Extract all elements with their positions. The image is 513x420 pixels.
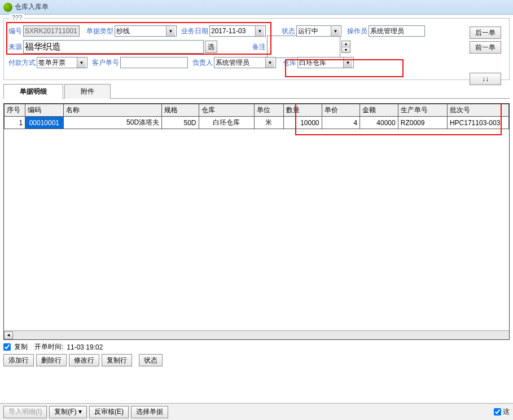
bottom-right-label: 这 bbox=[503, 407, 510, 417]
chevron-down-icon: ▼ bbox=[265, 58, 274, 68]
source-label: 来源 bbox=[8, 42, 22, 52]
operator-label: 操作员 bbox=[347, 26, 367, 36]
col-batch[interactable]: 批次号 bbox=[447, 104, 508, 117]
copy-menu-button[interactable]: 复制(F) ▾ bbox=[49, 406, 87, 418]
detail-grid[interactable]: 序号 编码 名称 规格 仓库 单位 数量 单价 金额 生产单号 批次号 1 00… bbox=[4, 104, 509, 129]
bottom-toolbar: 导入明细(I) 复制(F) ▾ 反审核(E) 选择单据 这 bbox=[0, 403, 513, 420]
pay-label: 付款方式 bbox=[8, 58, 36, 68]
tab-bar: 单据明细 附件 bbox=[3, 83, 510, 99]
select-doc-button[interactable]: 选择单据 bbox=[131, 406, 168, 418]
col-prodno[interactable]: 生产单号 bbox=[398, 104, 447, 117]
cell-name: 50D涤塔夫 bbox=[63, 117, 161, 129]
cell-qty: 10000 bbox=[283, 117, 322, 129]
remark-spinner[interactable]: ▲▼ bbox=[341, 41, 350, 53]
open-time-value: 11-03 19:02 bbox=[67, 343, 103, 351]
wh-label: 仓库 bbox=[283, 58, 296, 68]
import-detail-button[interactable]: 导入明细(I) bbox=[3, 406, 47, 418]
unapprove-button[interactable]: 反审核(E) bbox=[89, 406, 129, 418]
col-code[interactable]: 编码 bbox=[25, 104, 64, 117]
chevron-down-icon: ▼ bbox=[77, 58, 86, 68]
col-seq[interactable]: 序号 bbox=[5, 104, 25, 117]
scroll-left-icon[interactable]: ◄ bbox=[4, 331, 13, 339]
cell-prodno: RZ0009 bbox=[398, 117, 447, 129]
window-title: 仓库入库单 bbox=[15, 2, 49, 12]
row-actions: 添加行 删除行 修改行 复制行 状态 bbox=[3, 354, 510, 366]
horizontal-scrollbar[interactable]: ◄ bbox=[4, 330, 509, 339]
bottom-right-checkbox[interactable] bbox=[494, 408, 501, 415]
type-label: 单据类型 bbox=[86, 26, 113, 36]
edit-row-button[interactable]: 修改行 bbox=[69, 354, 99, 366]
col-price[interactable]: 单价 bbox=[322, 104, 360, 117]
source-select-button[interactable]: 选 bbox=[205, 41, 217, 53]
date-label: 业务日期 bbox=[181, 26, 208, 36]
status-combo[interactable]: 运行中 ▼ bbox=[296, 25, 341, 37]
cell-seq: 1 bbox=[5, 117, 25, 129]
col-qty[interactable]: 数量 bbox=[283, 104, 322, 117]
cell-spec: 50D bbox=[162, 117, 199, 129]
wh-combo[interactable]: 白坯仓库 ▼ bbox=[297, 57, 354, 68]
pay-combo[interactable]: 签单开票 ▼ bbox=[37, 57, 87, 68]
header-groupbox: ??? 编号 单据类型 纱线 ▼ 业务日期 2017-11-03 ▼ 状态 运行… bbox=[3, 18, 510, 80]
date-combo[interactable]: 2017-11-03 ▼ bbox=[209, 25, 266, 37]
cell-unit: 米 bbox=[254, 117, 283, 129]
window-titlebar: 仓库入库单 bbox=[0, 0, 513, 15]
operator-input[interactable] bbox=[369, 25, 425, 37]
grid-header-row: 序号 编码 名称 规格 仓库 单位 数量 单价 金额 生产单号 批次号 bbox=[5, 104, 509, 117]
source-input[interactable] bbox=[23, 40, 204, 54]
cell-wh: 白坯仓库 bbox=[199, 117, 254, 129]
next-doc-button[interactable]: 后一单 bbox=[470, 26, 501, 39]
col-name[interactable]: 名称 bbox=[63, 104, 161, 117]
col-spec[interactable]: 规格 bbox=[162, 104, 199, 117]
status-label: 状态 bbox=[282, 26, 295, 36]
grid-container: 序号 编码 名称 规格 仓库 单位 数量 单价 金额 生产单号 批次号 1 00… bbox=[3, 103, 510, 340]
expand-down-button[interactable]: ↓↓ bbox=[470, 73, 501, 85]
col-unit[interactable]: 单位 bbox=[254, 104, 283, 117]
status-button[interactable]: 状态 bbox=[139, 354, 163, 366]
tab-attach[interactable]: 附件 bbox=[64, 84, 111, 99]
footer-info: 复制 开单时间:11-03 19:02 bbox=[3, 342, 510, 352]
code-input[interactable] bbox=[23, 25, 80, 37]
owner-combo[interactable]: 系统管理员 ▼ bbox=[214, 57, 276, 68]
custno-label: 客户单号 bbox=[92, 58, 119, 68]
chevron-down-icon: ▼ bbox=[343, 58, 352, 68]
add-row-button[interactable]: 添加行 bbox=[3, 354, 34, 366]
up-icon: ▲ bbox=[342, 41, 350, 47]
copy-checkbox-label: 复制 bbox=[14, 342, 28, 352]
app-icon bbox=[3, 3, 12, 12]
groupbox-label: ??? bbox=[10, 14, 24, 21]
prev-doc-button[interactable]: 前一单 bbox=[470, 41, 501, 54]
chevron-down-icon: ▼ bbox=[166, 26, 175, 36]
open-time-label: 开单时间: bbox=[34, 342, 63, 352]
code-label: 编号 bbox=[8, 26, 22, 36]
owner-label: 负责人 bbox=[192, 58, 213, 68]
chevron-down-icon: ▼ bbox=[255, 26, 264, 36]
content-area: ??? 编号 单据类型 纱线 ▼ 业务日期 2017-11-03 ▼ 状态 运行… bbox=[0, 15, 513, 398]
table-row[interactable]: 1 00010001 50D涤塔夫 50D 白坯仓库 米 10000 4 400… bbox=[5, 117, 509, 129]
down-icon: ▼ bbox=[342, 47, 350, 53]
col-amount[interactable]: 金额 bbox=[360, 104, 398, 117]
custno-input[interactable] bbox=[120, 57, 188, 68]
remark-label: 备注 bbox=[252, 42, 266, 52]
cell-code[interactable]: 00010001 bbox=[25, 117, 64, 129]
copy-checkbox[interactable] bbox=[3, 343, 11, 351]
remark-memo[interactable] bbox=[267, 36, 340, 58]
col-wh[interactable]: 仓库 bbox=[199, 104, 254, 117]
copy-row-button[interactable]: 复制行 bbox=[102, 354, 132, 366]
tab-detail[interactable]: 单据明细 bbox=[3, 84, 63, 99]
chevron-down-icon: ▼ bbox=[331, 26, 340, 36]
cell-amount: 40000 bbox=[360, 117, 398, 129]
cell-price: 4 bbox=[322, 117, 360, 129]
cell-batch: HPC171103-003 bbox=[447, 117, 508, 129]
type-combo[interactable]: 纱线 ▼ bbox=[115, 25, 177, 37]
delete-row-button[interactable]: 删除行 bbox=[36, 354, 67, 366]
